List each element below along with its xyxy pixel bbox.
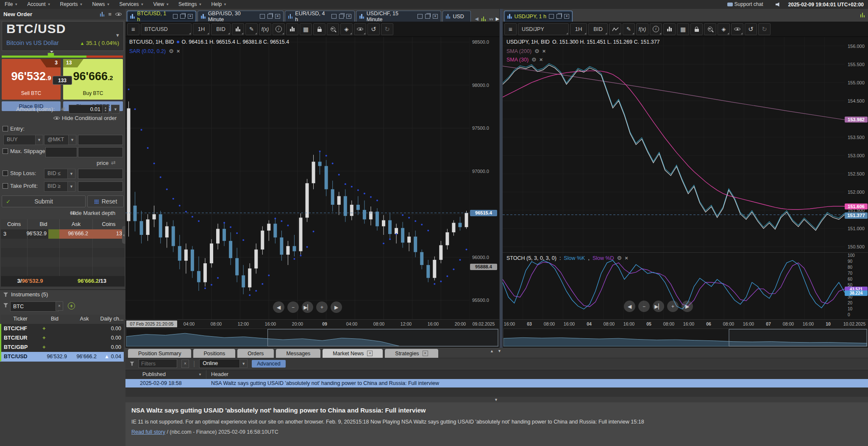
new-chart-icon[interactable]	[100, 12, 105, 17]
instr-col-3[interactable]: Daily ch...	[99, 316, 125, 322]
calendar-button[interactable]: ▦	[300, 23, 312, 35]
amount-preset-dropdown[interactable]: ▼	[111, 105, 120, 114]
window-restore-down-icon[interactable]	[260, 14, 265, 19]
redo-button[interactable]: ↻	[758, 23, 771, 35]
new-chart-icon[interactable]	[860, 11, 865, 19]
max-slippage-input[interactable]	[45, 147, 77, 157]
hide-conditional-eye-icon[interactable]	[53, 115, 60, 121]
chart-tab[interactable]: USD/JPY, 1 h×	[504, 11, 573, 22]
window-float-icon[interactable]	[339, 14, 344, 19]
window-float-icon[interactable]	[425, 14, 430, 19]
undo-button[interactable]: ↺	[367, 23, 380, 35]
btc-price-chart[interactable]	[125, 37, 470, 319]
layers-button[interactable]: ◈	[718, 23, 730, 35]
menu-reports[interactable]: Reports▼	[56, 0, 88, 9]
collapse-panel-icon[interactable]: ▼	[498, 349, 501, 353]
tabs-scroll-left-icon[interactable]: ◀	[475, 16, 478, 22]
lock-scroll-button[interactable]	[690, 23, 703, 35]
indicators-button[interactable]: f(x)	[636, 23, 648, 35]
subscribe-plus-icon[interactable]: +	[42, 334, 46, 341]
info-button[interactable]: i	[273, 23, 285, 35]
price-type-combo[interactable]: BID	[211, 23, 231, 35]
new-chart-icon[interactable]	[481, 17, 486, 21]
calendar-button[interactable]: ▦	[677, 23, 689, 35]
zoom-button[interactable]	[327, 23, 339, 35]
instrument-search-input[interactable]	[10, 301, 58, 312]
usdjpy-price-axis[interactable]: 156.000155.500155.000154.500154.000153.5…	[845, 37, 868, 319]
scroll-left-button[interactable]: ◀	[624, 301, 635, 312]
stop-loss-checkbox[interactable]	[3, 170, 8, 176]
entry-checkbox[interactable]	[3, 126, 8, 131]
chart-tab[interactable]: EUR/USD, 4 h×	[285, 11, 355, 22]
scroll-right-button[interactable]: ▶	[682, 301, 693, 312]
stop-loss-cond-select[interactable]: BID ≤▼	[44, 169, 75, 179]
sell-button[interactable]: 3 96'532.9 Sell BTC	[2, 59, 61, 100]
collapse-article-icon[interactable]: ▼	[494, 398, 498, 402]
volume-button[interactable]	[286, 23, 298, 35]
menu-account[interactable]: Account▼	[22, 0, 55, 9]
zoom-button[interactable]	[704, 23, 716, 35]
zoom-out-button[interactable]: −	[638, 301, 650, 312]
stop-loss-input[interactable]	[78, 169, 123, 179]
chart-tab[interactable]: USD	[442, 11, 471, 22]
window-restore-down-icon[interactable]	[549, 14, 554, 19]
window-restore-down-icon[interactable]	[173, 14, 178, 19]
take-profit-cond-select[interactable]: BID ≥▼	[44, 181, 75, 192]
published-column-header[interactable]: Published	[142, 371, 166, 377]
chart-tab[interactable]: BTC/USD, 1 h×	[127, 11, 196, 22]
tab-close-icon[interactable]: ×	[433, 14, 438, 19]
scroll-left-button[interactable]: ◀	[273, 301, 284, 313]
window-float-icon[interactable]	[556, 14, 562, 19]
btc-time-axis[interactable]: 07 Feb 2025 21:20:0504:0008:0012:0016:00…	[125, 319, 499, 329]
gear-icon[interactable]: ⚙	[617, 255, 622, 261]
gear-icon[interactable]: ⚙	[169, 48, 174, 54]
menu-file[interactable]: File▼	[0, 0, 22, 9]
subscribe-plus-icon[interactable]: +	[42, 344, 46, 350]
symbol-combo[interactable]: BTC/USD	[141, 23, 192, 35]
bottom-tab-position-summary[interactable]: Position Summary	[128, 349, 191, 358]
chart-tab[interactable]: USD/CHF, 15 Minute×	[356, 11, 441, 22]
usdjpy-chart-navigator[interactable]	[503, 329, 868, 347]
entry-type-select[interactable]: @MKT▼	[44, 135, 76, 145]
bottom-tab-market-news[interactable]: Market News×	[323, 349, 383, 358]
close-icon[interactable]: ×	[177, 48, 180, 54]
advanced-button[interactable]: Advanced	[252, 360, 286, 368]
depth-row[interactable]: 396'532.996'666.213	[1, 229, 125, 239]
tab-close-icon[interactable]: ×	[367, 351, 373, 356]
header-column-header[interactable]: Header	[211, 371, 228, 377]
entry-price-input[interactable]	[78, 135, 123, 145]
volume-button[interactable]	[663, 23, 676, 35]
hide-conditional-label[interactable]: Hide Conditional order	[62, 115, 117, 121]
visibility-button[interactable]	[731, 23, 743, 35]
chart-type-button[interactable]	[232, 23, 244, 35]
tabs-list-icon[interactable]: ∨∨	[489, 17, 492, 21]
jump-to-end-button[interactable]: ▶▏	[302, 301, 313, 313]
menu-settings[interactable]: Settings▼	[174, 0, 206, 9]
filters-input[interactable]	[139, 359, 177, 368]
speaker-icon[interactable]	[776, 3, 781, 7]
window-restore-down-icon[interactable]	[331, 14, 337, 19]
tab-close-icon[interactable]: ×	[564, 14, 569, 19]
zoom-out-button[interactable]: −	[287, 301, 299, 313]
instrument-row-btc-chf[interactable]: BTC/CHF+0.00	[0, 324, 124, 334]
instrument-row-btc-usd[interactable]: BTC/USD96'532.996'666.2▲ 0.04	[0, 352, 124, 362]
max-slippage-checkbox[interactable]	[3, 148, 8, 154]
max-slippage-price-input[interactable]	[78, 147, 123, 157]
menu-help[interactable]: Help▼	[206, 0, 231, 9]
close-icon[interactable]: ×	[542, 48, 546, 54]
chart-menu-button[interactable]: ≡	[127, 23, 139, 35]
news-article-splitter[interactable]: ▼	[125, 397, 868, 402]
jump-to-end-button[interactable]: ▶▏	[653, 301, 664, 312]
read-full-story-link[interactable]: Read full story	[131, 429, 165, 435]
indicators-button[interactable]: f(x)	[259, 23, 271, 35]
timeframe-combo[interactable]: 1H	[570, 23, 587, 35]
panel-eye-icon[interactable]	[115, 11, 122, 17]
bottom-tab-messages[interactable]: Messages	[276, 349, 320, 358]
hide-market-depth-label[interactable]: Hide Market depth	[70, 210, 115, 216]
instrument-row-btc-gbp[interactable]: BTC/GBP+0.00	[0, 343, 124, 352]
clear-search-icon[interactable]: ×	[56, 301, 63, 311]
news-table-header[interactable]: Published ▼ Header	[125, 370, 868, 379]
gear-icon[interactable]: ⚙	[534, 48, 540, 54]
tab-close-icon[interactable]: ×	[423, 351, 428, 356]
clear-filters-icon[interactable]: ×	[181, 360, 189, 368]
